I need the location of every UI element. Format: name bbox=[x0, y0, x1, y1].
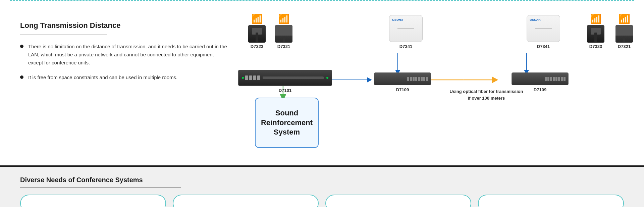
bottom-card-1 bbox=[20, 195, 166, 207]
ap-line-left bbox=[397, 29, 414, 29]
bullet-dot-2 bbox=[20, 75, 23, 79]
wifi-icon-d7321-left: 📶 bbox=[278, 14, 290, 24]
label-d7109-right: D7109 bbox=[534, 87, 546, 92]
fiber-note: Using optical fiber for transmission if … bbox=[446, 88, 527, 101]
device-d7101: D7101 bbox=[238, 70, 332, 93]
sw-r-port-8 bbox=[564, 77, 566, 81]
sw-r-port-2 bbox=[547, 77, 549, 81]
wifi-icon-d7323-left: 📶 bbox=[251, 14, 263, 24]
label-d7341-left: D7341 bbox=[399, 44, 412, 49]
sw-r-port-6 bbox=[558, 77, 560, 81]
bullet-text-2: It is free from space constraints and ca… bbox=[28, 73, 177, 82]
device-d7323-right: 📶 D7323 bbox=[587, 14, 604, 49]
label-d7341-right: D7341 bbox=[537, 44, 550, 49]
sound-box: Sound Reinforcement System bbox=[255, 98, 319, 148]
switch-unit-right bbox=[512, 72, 569, 85]
ap-unit-right: OSORA bbox=[527, 15, 560, 42]
wifi-icon-d7321-right: 📶 bbox=[619, 14, 630, 24]
port-1 bbox=[245, 75, 248, 80]
bullet-item-1: There is no limitation on the distance o… bbox=[20, 43, 228, 67]
sw-r-port-5 bbox=[555, 77, 557, 81]
device-d7321-right: 📶 D7321 bbox=[615, 14, 633, 49]
ap-logo-left: OSORA bbox=[392, 18, 403, 21]
bottom-card-4 bbox=[478, 195, 624, 207]
sw-r-port-7 bbox=[561, 77, 563, 81]
bottom-cards bbox=[20, 195, 624, 207]
bullet-item-2: It is free from space constraints and ca… bbox=[20, 73, 228, 82]
left-content: Long Transmission Distance There is no l… bbox=[20, 8, 228, 155]
label-d7101: D7101 bbox=[279, 88, 291, 93]
sw-r-port-4 bbox=[553, 77, 555, 81]
sw-port-7 bbox=[423, 77, 425, 81]
label-d7109-left: D7109 bbox=[396, 87, 409, 92]
switch-unit-left bbox=[374, 72, 431, 85]
device-d7341-right: OSORA D7341 bbox=[527, 15, 560, 49]
bottom-title: Diverse Needs of Conference Systems bbox=[20, 176, 624, 184]
device-d7341-left: OSORA D7341 bbox=[389, 15, 423, 49]
diagram-container: 📶 D7323 📶 D7321 bbox=[228, 8, 624, 155]
bottom-card-3 bbox=[325, 195, 471, 207]
sw-r-port-3 bbox=[550, 77, 552, 81]
sw-port-4 bbox=[415, 77, 417, 81]
sw-port-5 bbox=[418, 77, 420, 81]
label-d7323-left: D7323 bbox=[251, 44, 263, 49]
sw-port-8 bbox=[426, 77, 428, 81]
port-2 bbox=[249, 75, 252, 80]
sw-r-port-1 bbox=[545, 77, 547, 81]
wifi-icon-d7323-right: 📶 bbox=[590, 14, 602, 24]
bottom-underline bbox=[20, 187, 181, 188]
led-2 bbox=[326, 77, 328, 79]
sw-port-6 bbox=[421, 77, 423, 81]
led-1 bbox=[242, 77, 244, 79]
section-title: Long Transmission Distance bbox=[20, 21, 228, 30]
sw-port-2 bbox=[410, 77, 412, 81]
label-d7321-right: D7321 bbox=[618, 44, 631, 49]
bottom-card-2 bbox=[173, 195, 319, 207]
device-d7109-left: D7109 bbox=[374, 72, 431, 92]
ap-unit-left: OSORA bbox=[389, 15, 423, 42]
sound-box-text: Sound Reinforcement System bbox=[261, 108, 313, 137]
port-4 bbox=[257, 75, 260, 80]
right-diagram: 📶 D7323 📶 D7321 bbox=[228, 8, 624, 155]
processor-unit bbox=[238, 70, 332, 86]
device-d7323-left: 📶 D7323 bbox=[248, 14, 266, 49]
ap-logo-right: OSORA bbox=[530, 18, 541, 21]
bottom-section: Diverse Needs of Conference Systems bbox=[0, 165, 644, 207]
ap-line-right bbox=[535, 29, 552, 29]
bullet-text-1: There is no limitation on the distance o… bbox=[28, 43, 228, 67]
title-underline bbox=[20, 34, 107, 35]
device-d7321-left: 📶 D7321 bbox=[275, 14, 292, 49]
bullet-dot-1 bbox=[20, 45, 23, 48]
port-3 bbox=[253, 75, 256, 80]
sw-port-3 bbox=[413, 77, 415, 81]
label-d7323-right: D7323 bbox=[589, 44, 602, 49]
label-d7321-left: D7321 bbox=[277, 44, 290, 49]
main-section: Long Transmission Distance There is no l… bbox=[0, 1, 644, 165]
sw-port-1 bbox=[407, 77, 409, 81]
